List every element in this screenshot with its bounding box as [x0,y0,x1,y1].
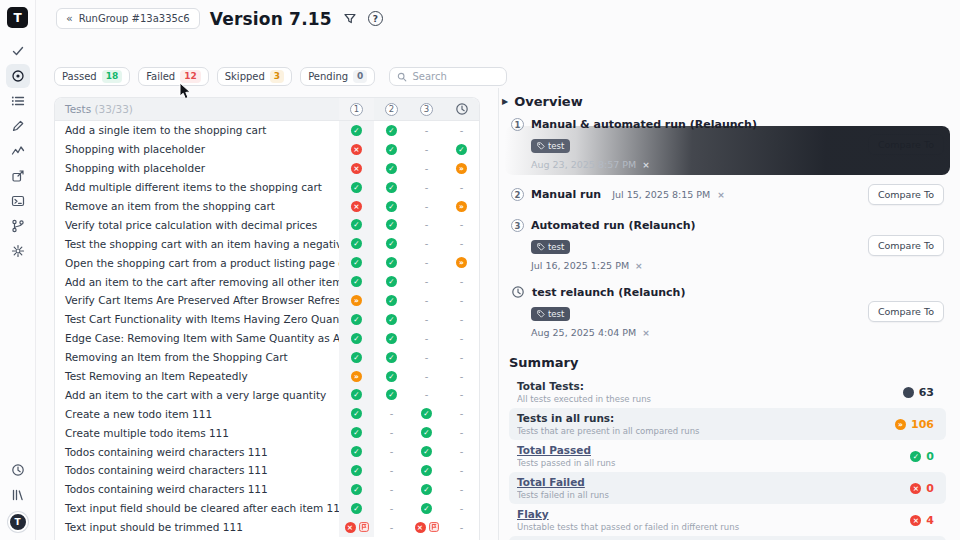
filter-chip-pending[interactable]: Pending 0 [300,67,375,86]
table-row[interactable]: Add a single item to the shopping cart✓✓… [55,121,479,140]
user-avatar[interactable]: T [8,512,28,532]
status-cell: - [409,329,444,348]
summary-label[interactable]: Flaky [517,508,910,520]
run-tag-badge: test [531,307,570,321]
remove-run-icon[interactable]: × [642,160,650,170]
comparison-panel: ▶ Overview 1Manual & automated run (Rela… [498,88,960,540]
overview-run-item: 3Automated run (Relaunch) test Jul 16, 2… [509,212,946,278]
filter-funnel-button[interactable] [342,11,358,27]
summary-label[interactable]: Total Passed [517,444,910,456]
status-passed-icon: ✓ [386,352,397,363]
rail-gear-icon[interactable] [6,239,30,263]
remove-run-icon[interactable]: × [717,190,725,200]
rail-check-icon[interactable] [6,39,30,63]
status-cell: - [444,215,479,234]
run-column-header[interactable] [444,98,479,120]
summary-row: Total Tests: All tests executed in these… [509,376,946,408]
run-number-icon: 3 [511,219,524,232]
table-row[interactable]: Text input should be trimmed 111×-×- [55,518,479,537]
column-clock-icon [455,102,469,116]
table-row[interactable]: Test Removing an Item Repeatedly»✓-- [55,367,479,386]
compare-to-button[interactable]: Compare To [868,134,944,155]
status-cell: - [409,291,444,310]
status-cell: - [444,480,479,499]
table-row[interactable]: Text input field should be cleared after… [55,499,479,518]
no-result-dash: - [390,522,394,533]
status-cell: × [339,197,374,216]
summary-label[interactable]: Total Failed [517,476,910,488]
status-cell: - [409,272,444,291]
table-row[interactable]: Todos containing weird characters 111✓-✓… [55,480,479,499]
compare-to-button[interactable]: Compare To [868,235,944,256]
table-row[interactable]: Removing an Item from the Shopping Cart✓… [55,348,479,367]
status-cell: ✓ [374,291,409,310]
column-number-icon: 1 [350,103,363,116]
compare-to-button[interactable]: Compare To [868,301,944,322]
filter-chip-passed[interactable]: Passed 18 [54,67,130,86]
table-row[interactable]: Edge Case: Removing Item with Same Quant… [55,329,479,348]
table-row[interactable]: Todos containing weird characters 111✓-✓… [55,442,479,461]
status-passed-icon: ✓ [386,257,397,268]
status-cell: - [374,518,409,537]
run-tag-badge: test [531,240,570,254]
table-row[interactable]: Shopping with placeholder×✓-✓ [55,140,479,159]
rail-export-icon[interactable] [6,164,30,188]
status-cell: × [339,140,374,159]
table-row[interactable]: Create a new todo item 111✓-✓- [55,404,479,423]
no-result-dash: - [390,484,394,495]
rail-library-icon[interactable] [6,483,30,507]
run-name: Manual & automated run (Relaunch) [531,118,757,131]
run-column-header[interactable]: 1 [339,98,374,120]
rungroup-back-button[interactable]: « RunGroup #13a335c6 [56,8,200,29]
collapse-left-icon: « [66,12,73,25]
rail-terminal-icon[interactable] [6,189,30,213]
rail-activity-icon[interactable] [6,139,30,163]
table-row[interactable]: Shopping with placeholder×✓-» [55,159,479,178]
remove-run-icon[interactable]: × [635,261,643,271]
table-row[interactable]: Test Cart Functionality with Items Havin… [55,310,479,329]
comment-flag-icon[interactable] [429,522,439,532]
search-input[interactable] [412,71,499,82]
status-cell: » [444,159,479,178]
compare-to-button[interactable]: Compare To [868,184,944,205]
no-result-dash: - [460,295,464,306]
collapse-panel-icon[interactable]: ▶ [502,97,508,106]
table-row[interactable]: Add an item to the cart with a very larg… [55,385,479,404]
rail-branch-icon[interactable] [6,214,30,238]
run-date: Aug 25, 2025 4:04 PM [531,327,636,338]
status-cell: × [339,159,374,178]
status-passed-icon: ✓ [351,125,362,136]
test-name: Todos containing weird characters 111 [55,446,339,458]
rail-target-icon[interactable] [6,64,30,88]
status-passed-icon: ✓ [421,408,432,419]
rail-pen-icon[interactable] [6,114,30,138]
status-passed-icon: ✓ [351,465,362,476]
run-column-header[interactable]: 2 [374,98,409,120]
help-button[interactable]: ? [368,11,383,26]
table-row[interactable]: Test the shopping cart with an item havi… [55,234,479,253]
run-number-icon: 2 [511,188,524,201]
no-result-dash: - [390,408,394,419]
summary-status-icon: ✓ [910,451,921,462]
status-cell: ✓ [374,367,409,386]
table-row[interactable]: Verify Cart Items Are Preserved After Br… [55,291,479,310]
filter-chip-skipped[interactable]: Skipped 3 [217,67,292,86]
rail-list-icon[interactable] [6,89,30,113]
table-row[interactable]: Todos containing weird characters 111✓-✓… [55,461,479,480]
filter-chip-failed[interactable]: Failed 12 [138,67,209,86]
table-row[interactable]: Verify total price calculation with deci… [55,215,479,234]
remove-run-icon[interactable]: × [642,328,650,338]
table-row[interactable]: Add an item to the cart after removing a… [55,272,479,291]
status-cell: - [444,234,479,253]
table-row[interactable]: Open the shopping cart from a product li… [55,253,479,272]
table-row[interactable]: Remove an item from the shopping cart×✓-… [55,197,479,216]
table-row[interactable]: Add multiple different items to the shop… [55,178,479,197]
comment-flag-icon[interactable] [359,522,369,532]
rail-clock-icon[interactable] [6,458,30,482]
no-result-dash: - [425,182,429,193]
status-cell: ✓ [374,329,409,348]
table-row[interactable]: Create multiple todo items 111✓-✓- [55,423,479,442]
no-result-dash: - [460,503,464,514]
run-column-header[interactable]: 3 [409,98,444,120]
status-cell: - [409,253,444,272]
